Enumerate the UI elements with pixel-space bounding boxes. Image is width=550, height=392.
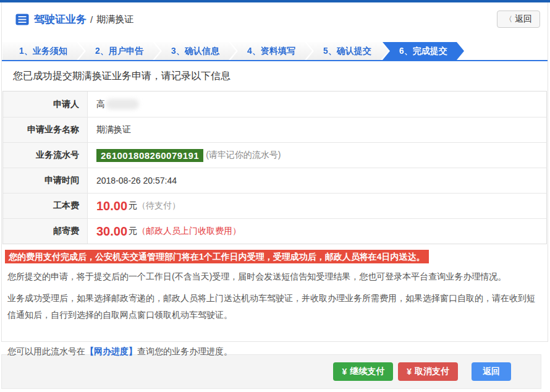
paragraph-progress-query: 您可以用此流水号在【网办进度】查询您的业务办理进度。: [7, 343, 539, 360]
table-row-production-fee: 工本费 10.00 元 （待支付）: [3, 193, 546, 218]
production-fee-amount: 10.00: [96, 199, 127, 213]
postage-fee-unit: 元: [129, 226, 137, 237]
list-document-icon: [15, 14, 29, 25]
step-4-fill-materials[interactable]: 4、资料填写: [231, 42, 312, 60]
serial-number-cell: 261001808260079191 (请牢记你的流水号): [88, 143, 546, 168]
applicant-label: 申请人: [3, 92, 88, 117]
step-5-confirm-submit[interactable]: 5、确认提交: [307, 42, 388, 60]
step-6-complete-submit[interactable]: 6、完成提交: [383, 42, 464, 60]
continue-payment-label: 继续支付: [350, 366, 384, 377]
serial-number-hint: (请牢记你的流水号): [206, 150, 281, 161]
serial-number-label: 业务流水号: [3, 143, 88, 168]
apply-time-label: 申请时间: [3, 168, 88, 193]
postage-fee-label: 邮寄费: [3, 219, 88, 244]
breadcrumb-current: 期满换证: [96, 14, 133, 25]
step-3-confirm-info[interactable]: 3、确认信息: [154, 42, 236, 60]
postage-fee-note: （邮政人员上门收取费用）: [137, 226, 241, 237]
applicant-value-cell: 高: [88, 92, 546, 117]
cancel-payment-label: 取消支付: [415, 366, 449, 377]
continue-payment-button[interactable]: ¥ 继续支付: [333, 362, 393, 381]
postage-fee-cell: 30.00 元 （邮政人员上门收取费用）: [88, 219, 546, 244]
paragraph-processing-time: 您所提交的申请，将于提交后的一个工作日(不含当天)受理，届时会发送短信告知受理结…: [7, 268, 539, 285]
apply-time-value: 2018-08-26 20:57:44: [88, 168, 546, 193]
yen-icon: ¥: [407, 367, 412, 377]
main-panel: 驾驶证业务 / 期满换证 〈 返回 1、业务须知 2、用户申告 3、确认信息 4…: [1, 2, 548, 342]
payment-alert-banner: 您的费用支付完成后，公安机关交通管理部门将在1个工作日内受理，受理成功后，邮政人…: [5, 250, 429, 263]
step-2-user-declaration[interactable]: 2、用户申告: [78, 42, 160, 60]
production-fee-label: 工本费: [3, 194, 88, 218]
step-wizard: 1、业务须知 2、用户申告 3、确认信息 4、资料填写 5、确认提交 6、完成提…: [2, 42, 548, 60]
applicant-name-redaction: [106, 99, 139, 109]
step-wizard-underline: [2, 60, 548, 61]
table-row-business-name: 申请业务名称 期满换证: [3, 117, 546, 142]
production-fee-unit: 元: [129, 200, 137, 211]
alert-banner-wrap: 您的费用支付完成后，公安机关交通管理部门将在1个工作日内受理，受理成功后，邮政人…: [2, 244, 548, 263]
table-row-apply-time: 申请时间 2018-08-26 20:57:44: [3, 168, 546, 193]
serial-number-badge: 261001808260079191: [96, 149, 203, 162]
success-message: 您已成功提交期满换证业务申请，请记录以下信息: [13, 70, 548, 83]
paragraph-delivery-options: 业务成功受理后，如果选择邮政寄递的，邮政人员将上门送达机动车驾驶证，并收取办理业…: [7, 290, 539, 323]
business-name-label: 申请业务名称: [3, 117, 88, 142]
header-back-label: 返回: [515, 14, 532, 25]
table-row-applicant: 申请人 高: [3, 92, 546, 117]
applicant-value: 高: [96, 99, 105, 110]
cancel-payment-button[interactable]: ¥ 取消支付: [398, 362, 458, 381]
online-progress-link[interactable]: 【网办进度】: [85, 346, 137, 356]
progress-query-prefix: 您可以用此流水号在: [7, 346, 85, 356]
yen-icon: ¥: [342, 367, 347, 377]
breadcrumb-separator: /: [90, 14, 93, 25]
progress-query-suffix: 查询您的业务办理进度。: [137, 346, 232, 356]
footer-back-button[interactable]: 返回: [472, 362, 511, 381]
step-1-business-notice[interactable]: 1、业务须知: [2, 42, 84, 60]
production-fee-cell: 10.00 元 （待支付）: [88, 194, 546, 218]
explanation-section: 您所提交的申请，将于提交后的一个工作日(不含当天)受理，届时会发送短信告知受理结…: [2, 268, 548, 360]
business-name-value: 期满换证: [88, 117, 546, 142]
table-row-serial-number: 业务流水号 261001808260079191 (请牢记你的流水号): [3, 142, 546, 168]
table-row-postage-fee: 邮寄费 30.00 元 （邮政人员上门收取费用）: [3, 218, 546, 244]
production-fee-note: （待支付）: [137, 200, 180, 211]
application-info-table: 申请人 高 申请业务名称 期满换证 业务流水号 2610018082600791…: [2, 91, 547, 244]
postage-fee-amount: 30.00: [96, 224, 127, 239]
header-back-button[interactable]: 〈 返回: [497, 11, 540, 28]
page-header: 驾驶证业务 / 期满换证 〈 返回: [2, 2, 548, 36]
chevron-left-icon: 〈: [505, 14, 512, 25]
page-title: 驾驶证业务: [34, 12, 87, 27]
